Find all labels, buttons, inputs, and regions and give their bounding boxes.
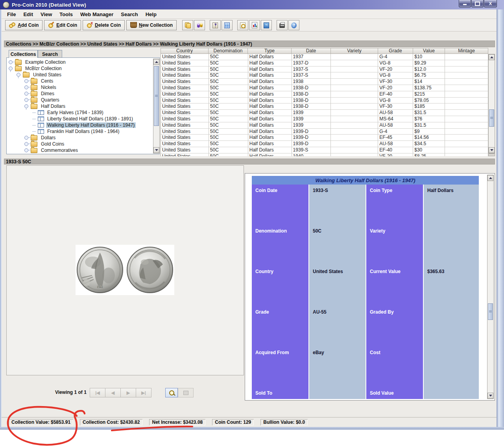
copy-button[interactable] bbox=[182, 20, 193, 30]
tree-item-quarters[interactable]: Quarters bbox=[7, 97, 153, 103]
menu-search[interactable]: Search bbox=[121, 11, 138, 17]
nav-last-button[interactable]: ▶| bbox=[136, 388, 151, 397]
tree-collapsed-handle-icon[interactable] bbox=[24, 85, 28, 89]
table-row[interactable]: United States50CHalf Dollars1939MS-64$76 bbox=[161, 116, 488, 122]
table-row[interactable]: United States50CHalf Dollars1937-SVG-8$6… bbox=[161, 72, 488, 79]
maximize-button[interactable] bbox=[471, 0, 484, 7]
tree-scroll-up-button[interactable] bbox=[153, 59, 159, 65]
tree-scrollbar[interactable] bbox=[153, 59, 160, 153]
table-row[interactable]: United States50CHalf Dollars1938-DEF-40$… bbox=[161, 91, 488, 98]
table-row[interactable]: United States50CHalf Dollars1937-SVF-20$… bbox=[161, 66, 488, 73]
table-row[interactable]: United States50CHalf Dollars1938-DVF-30$… bbox=[161, 103, 488, 110]
tree-scroll-down-button[interactable] bbox=[153, 147, 159, 153]
tree-item-nickels[interactable]: Nickels bbox=[7, 84, 153, 91]
report-table-button[interactable] bbox=[222, 20, 233, 30]
close-button[interactable]: X bbox=[484, 0, 497, 7]
table-row[interactable]: United States50CHalf Dollars1939-SEF-40$… bbox=[161, 147, 488, 153]
column-header-date[interactable]: Date bbox=[292, 48, 331, 54]
menu-help[interactable]: Help bbox=[146, 11, 157, 17]
tree-expanded-handle-icon[interactable] bbox=[17, 73, 20, 77]
column-header-mintage[interactable]: Mintage bbox=[445, 48, 488, 54]
detail-scroll-thumb[interactable] bbox=[488, 303, 493, 320]
tree-scroll-thumb[interactable] bbox=[154, 66, 159, 126]
nav-next-button[interactable]: ▶ bbox=[121, 388, 136, 397]
column-header-grade[interactable]: Grade bbox=[378, 48, 413, 54]
preview-button[interactable] bbox=[237, 20, 248, 30]
edit-image-button[interactable] bbox=[178, 388, 194, 397]
table-row[interactable]: United States50CHalf Dollars1939AU-58$31… bbox=[161, 110, 488, 116]
move-coins-button[interactable] bbox=[194, 20, 205, 30]
detail-scrollbar[interactable] bbox=[487, 175, 494, 399]
detail-scroll-up-button[interactable] bbox=[487, 175, 493, 181]
table-row[interactable]: United States50CHalf Dollars1937G-4$10 bbox=[161, 54, 488, 60]
tree-item-dollars[interactable]: Dollars bbox=[7, 135, 153, 141]
tree-collapsed-handle-icon[interactable] bbox=[24, 92, 28, 96]
menu-file[interactable]: File bbox=[7, 11, 16, 17]
table-cell: G-4 bbox=[378, 54, 413, 60]
tree-item-liberty-seated-half-dollars-1839-1891[interactable]: Liberty Seated Half Dollars (1839 - 1891… bbox=[7, 116, 153, 122]
tree-collapsed-handle-icon[interactable] bbox=[9, 60, 13, 64]
import-book-button[interactable] bbox=[210, 20, 221, 30]
menu-web-manager[interactable]: Web Manager bbox=[80, 11, 113, 17]
nav-first-button[interactable]: |◀ bbox=[90, 388, 105, 397]
nav-prev-button[interactable]: ◀ bbox=[105, 388, 121, 397]
column-header-value[interactable]: Value bbox=[413, 48, 445, 54]
chart-button[interactable] bbox=[249, 20, 260, 30]
menu-edit[interactable]: Edit bbox=[23, 11, 33, 17]
table-cell: 50C bbox=[209, 85, 248, 91]
add-coin-button[interactable]: Add Coin bbox=[5, 20, 42, 30]
tree-item-commemoratives[interactable]: Commemoratives bbox=[7, 147, 153, 153]
detail-field-label: Current Value bbox=[366, 266, 423, 306]
table-row[interactable]: United States50CHalf Dollars1939AU-58$31… bbox=[161, 122, 488, 129]
tree-collapsed-handle-icon[interactable] bbox=[24, 136, 28, 140]
table-scrollbar[interactable] bbox=[488, 54, 495, 153]
column-header-denomination[interactable]: Denomination bbox=[209, 48, 248, 54]
table-scroll-thumb[interactable] bbox=[489, 109, 494, 127]
table-row[interactable]: United States50CHalf Dollars1937-DVG-8$9… bbox=[161, 60, 488, 66]
table-cell bbox=[445, 147, 488, 153]
tree-item-walking-liberty-half-dollars-1916-1947[interactable]: Walking Liberty Half Dollars (1916 - 194… bbox=[7, 122, 153, 128]
tree-collapsed-handle-icon[interactable] bbox=[24, 79, 28, 83]
graph-button[interactable] bbox=[261, 20, 272, 30]
table-row[interactable]: United States50CHalf Dollars1938-DVG-8$7… bbox=[161, 98, 488, 104]
table-cell: 1939-S bbox=[292, 147, 331, 153]
tree-expanded-handle-icon[interactable] bbox=[24, 104, 28, 108]
column-header-variety[interactable]: Variety bbox=[331, 48, 378, 54]
minimize-button[interactable] bbox=[459, 0, 471, 7]
tree-item-mcblzr-collection[interactable]: McBlzr Collection bbox=[7, 65, 153, 72]
column-header-type[interactable]: Type bbox=[248, 48, 292, 54]
edit-coin-button[interactable]: Edit Coin bbox=[44, 20, 81, 30]
tree-item-franklin-half-dollars-1948-1964[interactable]: Franklin Half Dollars (1948 - 1964) bbox=[7, 128, 153, 135]
table-scroll-up-button[interactable] bbox=[489, 54, 495, 60]
column-header-country[interactable]: Country bbox=[161, 48, 209, 54]
tree-item-united-states[interactable]: United States bbox=[7, 72, 153, 78]
tree-collapsed-handle-icon[interactable] bbox=[24, 142, 28, 146]
tree-item-cents[interactable]: Cents bbox=[7, 78, 153, 84]
table-row[interactable]: United States50CHalf Dollars1939-DAU-58$… bbox=[161, 141, 488, 147]
table-cell: $9 bbox=[413, 129, 445, 135]
print-button[interactable] bbox=[277, 20, 288, 30]
tab-search[interactable]: Search bbox=[38, 50, 62, 58]
tree-expanded-handle-icon[interactable] bbox=[9, 66, 13, 70]
tree-collapsed-handle-icon[interactable] bbox=[24, 148, 28, 152]
tree-collapsed-handle-icon[interactable] bbox=[24, 98, 28, 102]
help-button[interactable] bbox=[288, 20, 299, 30]
menu-view[interactable]: View bbox=[41, 11, 52, 17]
tree-item-gold-coins[interactable]: Gold Coins bbox=[7, 141, 153, 147]
new-collection-button[interactable]: New Collection bbox=[126, 20, 177, 30]
tree-item-early-halves-1794-1839[interactable]: Early Halves (1794 - 1839) bbox=[7, 109, 153, 116]
table-row[interactable]: United States50CHalf Dollars1939-DEF-45$… bbox=[161, 135, 488, 141]
delete-coin-button[interactable]: Delete Coin bbox=[83, 20, 125, 30]
detail-scroll-down-button[interactable] bbox=[487, 393, 493, 399]
menu-tools[interactable]: Tools bbox=[59, 11, 73, 17]
table-row[interactable]: United States50CHalf Dollars1939-DG-4$9 bbox=[161, 129, 488, 135]
table-scroll-down-button[interactable] bbox=[489, 147, 495, 153]
zoom-image-button[interactable] bbox=[165, 388, 178, 397]
tree-item-example-collection[interactable]: Example Collection bbox=[7, 59, 153, 65]
table-row[interactable]: United States50CHalf Dollars1938-DVF-20$… bbox=[161, 85, 488, 91]
table-row[interactable]: United States50CHalf Dollars1940VF-20$8.… bbox=[161, 153, 488, 156]
table-row[interactable]: United States50CHalf Dollars1938VF-30$14 bbox=[161, 79, 488, 85]
tree-item-dimes[interactable]: Dimes bbox=[7, 91, 153, 97]
tab-collections[interactable]: Collections bbox=[9, 50, 38, 58]
tree-item-half-dollars[interactable]: Half Dollars bbox=[7, 103, 153, 109]
